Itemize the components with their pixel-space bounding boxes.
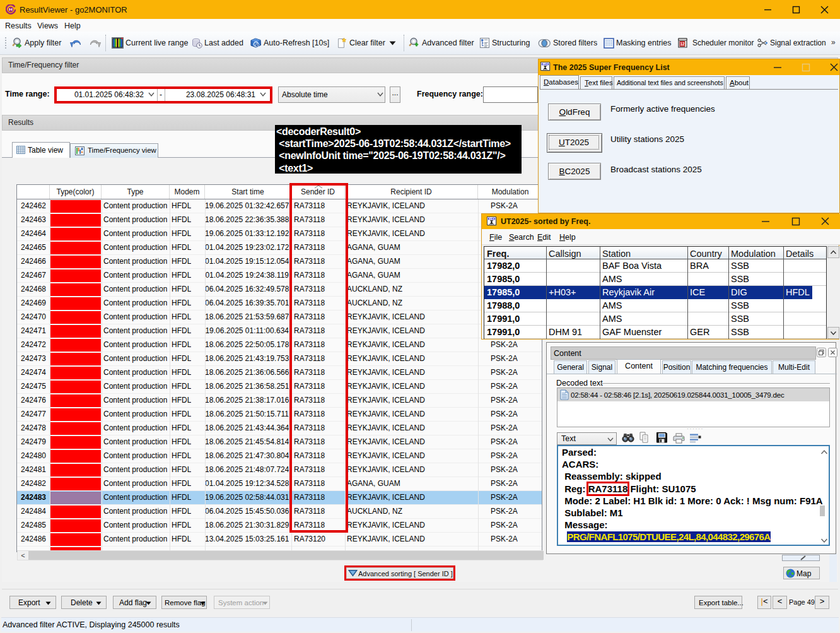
svg-text:12: 12 (680, 42, 685, 46)
